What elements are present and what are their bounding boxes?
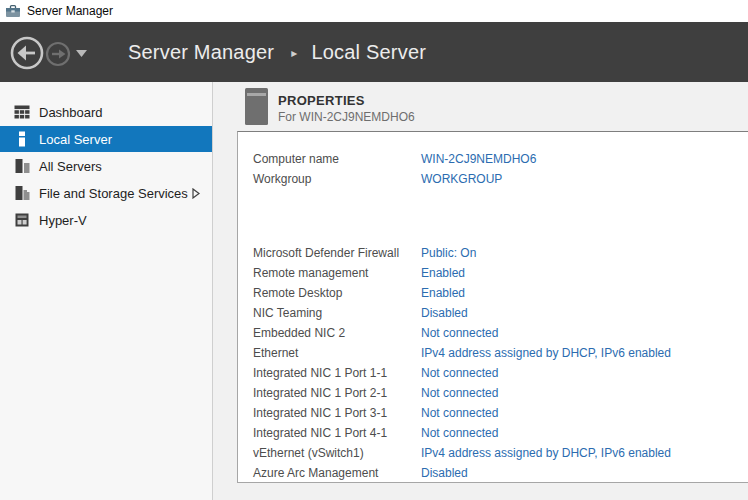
property-row-computer-name: Computer name WIN-2CJ9NEMDHO6 — [238, 149, 748, 169]
property-row-remote-desktop: Remote Desktop Enabled — [238, 283, 748, 303]
property-label: Workgroup — [253, 169, 421, 189]
property-value-link[interactable]: WIN-2CJ9NEMDHO6 — [421, 149, 536, 169]
properties-subtitle: For WIN-2CJ9NEMDHO6 — [278, 110, 415, 124]
property-value-link[interactable]: WORKGROUP — [421, 169, 502, 189]
property-value-link[interactable]: Not connected — [421, 363, 498, 383]
property-value-link[interactable]: Disabled — [421, 463, 468, 483]
server-icon — [14, 131, 30, 147]
forward-button[interactable] — [47, 43, 69, 65]
sidebar-nav: Dashboard Local Server All Servers — [0, 82, 213, 500]
property-label: Remote management — [253, 263, 421, 283]
sidebar-item-label: Local Server — [39, 132, 204, 147]
property-row-nic1-port-4-1: Integrated NIC 1 Port 4-1 Not connected — [238, 423, 748, 443]
property-label: Remote Desktop — [253, 283, 421, 303]
property-row-firewall: Microsoft Defender Firewall Public: On — [238, 243, 748, 263]
hyper-v-icon — [14, 212, 30, 228]
property-label: NIC Teaming — [253, 303, 421, 323]
sidebar-item-label: Dashboard — [39, 105, 204, 120]
breadcrumb: Server Manager ▸ Local Server — [128, 22, 426, 82]
sidebar-item-label: Hyper-V — [39, 213, 204, 228]
submenu-arrow-icon — [192, 188, 200, 199]
sidebar-item-all-servers[interactable]: All Servers — [0, 153, 212, 179]
property-value-link[interactable]: Disabled — [421, 303, 468, 323]
properties-title: PROPERTIES — [278, 93, 365, 108]
property-value-link[interactable]: IPv4 address assigned by DHCP, IPv6 enab… — [421, 343, 671, 363]
property-row-workgroup: Workgroup WORKGROUP — [238, 169, 748, 189]
property-row-nic1-port-3-1: Integrated NIC 1 Port 3-1 Not connected — [238, 403, 748, 423]
property-row-remote-management: Remote management Enabled — [238, 263, 748, 283]
sidebar-item-dashboard[interactable]: Dashboard — [0, 99, 212, 125]
property-label: Azure Arc Management — [253, 463, 421, 483]
property-value-link[interactable]: Public: On — [421, 243, 476, 263]
breadcrumb-separator-icon: ▸ — [291, 46, 297, 60]
file-storage-icon — [14, 185, 30, 201]
property-row-ethernet: Ethernet IPv4 address assigned by DHCP, … — [238, 343, 748, 363]
sidebar-item-hyper-v[interactable]: Hyper-V — [0, 207, 212, 233]
property-row-nic1-port-2-1: Integrated NIC 1 Port 2-1 Not connected — [238, 383, 748, 403]
property-label: Integrated NIC 1 Port 4-1 — [253, 423, 421, 443]
breadcrumb-root[interactable]: Server Manager — [128, 41, 274, 64]
servers-icon — [14, 158, 30, 174]
properties-panel: Computer name WIN-2CJ9NEMDHO6 Workgroup … — [237, 131, 748, 483]
main-content: PROPERTIES For WIN-2CJ9NEMDHO6 Computer … — [214, 82, 748, 500]
window-titlebar: Server Manager — [0, 0, 748, 22]
breadcrumb-current[interactable]: Local Server — [311, 41, 426, 64]
server-manager-app-icon — [5, 3, 21, 19]
property-label: Integrated NIC 1 Port 1-1 — [253, 363, 421, 383]
property-row-nic1-port-1-1: Integrated NIC 1 Port 1-1 Not connected — [238, 363, 748, 383]
sidebar-item-label: All Servers — [39, 159, 204, 174]
sidebar-item-label: File and Storage Services — [39, 186, 192, 201]
property-label: vEthernet (vSwitch1) — [253, 443, 421, 463]
navigation-bar: Server Manager ▸ Local Server — [0, 22, 748, 82]
property-label: Integrated NIC 1 Port 2-1 — [253, 383, 421, 403]
property-value-link[interactable]: Not connected — [421, 383, 498, 403]
property-value-link[interactable]: Not connected — [421, 403, 498, 423]
back-button[interactable] — [12, 38, 42, 68]
window-title: Server Manager — [27, 0, 113, 22]
sidebar-item-local-server[interactable]: Local Server — [0, 126, 212, 152]
dashboard-grid-icon — [14, 104, 30, 120]
property-label: Embedded NIC 2 — [253, 323, 421, 343]
property-value-link[interactable]: Enabled — [421, 263, 465, 283]
property-group-spacer — [238, 189, 748, 243]
server-tower-icon — [245, 88, 268, 129]
property-value-link[interactable]: Not connected — [421, 323, 498, 343]
property-label: Ethernet — [253, 343, 421, 363]
history-dropdown-button[interactable] — [76, 50, 87, 57]
property-row-azure-arc: Azure Arc Management Disabled — [238, 463, 748, 483]
nav-history-buttons — [6, 30, 98, 78]
property-row-embedded-nic-2: Embedded NIC 2 Not connected — [238, 323, 748, 343]
property-value-link[interactable]: Enabled — [421, 283, 465, 303]
property-value-link[interactable]: IPv4 address assigned by DHCP, IPv6 enab… — [421, 443, 671, 463]
property-row-nic-teaming: NIC Teaming Disabled — [238, 303, 748, 323]
property-label: Integrated NIC 1 Port 3-1 — [253, 403, 421, 423]
property-value-link[interactable]: Not connected — [421, 423, 498, 443]
property-label: Microsoft Defender Firewall — [253, 243, 421, 263]
property-label: Computer name — [253, 149, 421, 169]
sidebar-item-file-storage-services[interactable]: File and Storage Services — [0, 180, 212, 206]
property-row-vethernet: vEthernet (vSwitch1) IPv4 address assign… — [238, 443, 748, 463]
